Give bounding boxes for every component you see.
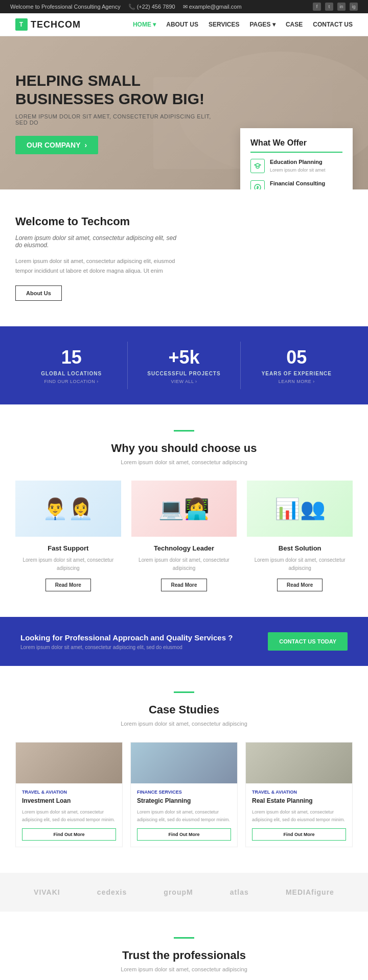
read-more-btn-2[interactable]: Read More xyxy=(277,579,323,591)
nav-services[interactable]: SERVICES xyxy=(209,21,239,28)
stat-link-2[interactable]: LEARN MORE › xyxy=(246,379,348,384)
logo-icon: T xyxy=(15,18,28,31)
header: T TECHCOM HOME ▾ ABOUT US SERVICES PAGES… xyxy=(0,13,368,36)
logo-text: TECHCOM xyxy=(31,19,81,30)
offer-text-1: Financial Consulting Lorem ipsum dolor s… xyxy=(270,180,326,189)
partner-groupm: groupM xyxy=(164,888,193,896)
welcome-text: Welcome to Professional Consulting Agenc… xyxy=(10,4,121,10)
testimonials-section: Trust the professionals Lorem ipsum dolo… xyxy=(0,912,368,980)
fast-support-illustration: 👨‍💼👩‍💼 xyxy=(15,481,121,537)
hero-subtitle: LOREM IPSUM DOLOR SIT AMET, CONSECTETUR … xyxy=(15,113,220,126)
cta-banner: Looking for Professional Approach and Qu… xyxy=(0,617,368,666)
case-card-1: Finance Services Strategic Planning Lore… xyxy=(130,742,238,847)
financial-icon xyxy=(250,180,265,189)
about-button[interactable]: About Us xyxy=(15,285,62,301)
case-body-2: Travel & Aviation Real Estate Planning L… xyxy=(246,783,352,847)
case-tag-1: Finance Services xyxy=(137,790,231,795)
main-nav: HOME ▾ ABOUT US SERVICES PAGES ▾ CASE CO… xyxy=(133,21,353,28)
stat-0: 15 GLOBAL LOCATIONS FIND OUR LOCATION › xyxy=(15,342,128,389)
twitter-icon[interactable]: t xyxy=(325,3,333,11)
stat-label-2: YEARS OF EXPERIENCE xyxy=(246,371,348,376)
tech-leader-illustration: 💻👩‍💻 xyxy=(131,481,237,537)
why-card-0: 👨‍💼👩‍💼 Fast Support Lorem ipsum dolor si… xyxy=(15,481,121,591)
stats-section: 15 GLOBAL LOCATIONS FIND OUR LOCATION › … xyxy=(0,326,368,404)
instagram-icon[interactable]: ig xyxy=(350,3,358,11)
offer-title: What We Offer xyxy=(250,138,342,153)
welcome-lead: Lorem ipsum dolor sit amet, consectetur … xyxy=(15,234,176,249)
top-bar-left: Welcome to Professional Consulting Agenc… xyxy=(10,4,242,10)
case-card-0: Travel & Aviation Investment Loan Lorem … xyxy=(15,742,123,847)
case-title: Case Studies xyxy=(15,703,353,716)
offer-item-1: Financial Consulting Lorem ipsum dolor s… xyxy=(250,180,342,189)
why-cards: 👨‍💼👩‍💼 Fast Support Lorem ipsum dolor si… xyxy=(15,481,353,591)
stat-2: 05 YEARS OF EXPERIENCE LEARN MORE › xyxy=(241,342,353,389)
find-out-btn-1[interactable]: Find Out More xyxy=(137,828,231,841)
case-card-2: Travel & Aviation Real Estate Planning L… xyxy=(245,742,353,847)
nav-case[interactable]: CASE xyxy=(286,21,303,28)
nav-about[interactable]: ABOUT US xyxy=(166,21,198,28)
hero-cta-label: OUR COMPANY xyxy=(27,141,81,149)
nav-pages[interactable]: PAGES ▾ xyxy=(249,21,275,28)
case-img-0 xyxy=(16,743,122,783)
phone-group: 📞 (+22) 456 7890 xyxy=(128,4,175,10)
nav-contact[interactable]: CONTACT US xyxy=(313,21,353,28)
case-img-1 xyxy=(131,743,237,783)
facebook-icon[interactable]: f xyxy=(313,3,321,11)
education-icon xyxy=(250,159,265,173)
best-solution-illustration: 📊👥 xyxy=(247,481,353,537)
top-bar: Welcome to Professional Consulting Agenc… xyxy=(0,0,368,13)
hero-content: HELPING SMALL BUSINESSES GROW BIG! LOREM… xyxy=(15,71,220,154)
find-out-btn-2[interactable]: Find Out More xyxy=(252,828,346,841)
welcome-body: Lorem ipsum dolor sit amet, consectetur … xyxy=(15,256,176,275)
read-more-btn-0[interactable]: Read More xyxy=(45,579,91,591)
case-tag-0: Travel & Aviation xyxy=(22,790,116,795)
logo[interactable]: T TECHCOM xyxy=(15,18,81,31)
welcome-content: Welcome to Techcom Lorem ipsum dolor sit… xyxy=(15,215,176,301)
cta-title: Looking for Professional Approach and Qu… xyxy=(20,633,233,642)
case-tag-2: Travel & Aviation xyxy=(252,790,346,795)
email-address: example@gmail.com xyxy=(189,4,242,10)
partner-cedexis: cedexis xyxy=(97,888,127,896)
stat-label-1: SUCCESSFUL PROJECTS xyxy=(133,371,235,376)
partner-mediafigure: MEDIAfigure xyxy=(286,888,334,896)
stat-number-2: 05 xyxy=(246,347,348,368)
linkedin-icon[interactable]: in xyxy=(337,3,346,11)
testimonials-title: Trust the professionals xyxy=(15,949,353,962)
stat-number-0: 15 xyxy=(20,347,122,368)
stat-link-0[interactable]: FIND OUR LOCATION › xyxy=(20,379,122,384)
why-card-2: 📊👥 Best Solution Lorem ipsum dolor sit a… xyxy=(247,481,353,591)
case-img-2 xyxy=(246,743,352,783)
section-divider xyxy=(174,430,194,432)
hero-cta-arrow: › xyxy=(85,141,87,149)
cta-text: Looking for Professional Approach and Qu… xyxy=(20,633,233,650)
why-subtitle: Lorem ipsum dolor sit amet, consectetur … xyxy=(15,459,353,465)
case-body-0: Travel & Aviation Investment Loan Lorem … xyxy=(16,783,122,847)
hero-cta-button[interactable]: OUR COMPANY › xyxy=(15,136,98,154)
phone-number: (+22) 456 7890 xyxy=(137,4,175,10)
why-card-title-0: Fast Support xyxy=(15,544,121,552)
why-card-1: 💻👩‍💻 Technology Leader Lorem ipsum dolor… xyxy=(131,481,237,591)
why-section: Why you should choose us Lorem ipsum dol… xyxy=(0,404,368,617)
stat-1: +5k SUCCESSFUL PROJECTS VIEW ALL › xyxy=(128,342,240,389)
read-more-btn-1[interactable]: Read More xyxy=(161,579,206,591)
offer-card: What We Offer Education Planning Lorem i… xyxy=(240,128,353,189)
offer-item-0: Education Planning Lorem ipsum dolor sit… xyxy=(250,159,342,173)
nav-home[interactable]: HOME ▾ xyxy=(133,21,156,28)
stat-link-1[interactable]: VIEW ALL › xyxy=(133,379,235,384)
email-group: ✉ example@gmail.com xyxy=(183,4,242,10)
find-out-btn-0[interactable]: Find Out More xyxy=(22,828,116,841)
case-card-desc-2: Lorem ipsum dolor sit amet, consectetur … xyxy=(252,808,346,823)
why-title: Why you should choose us xyxy=(15,442,353,455)
case-cards: Travel & Aviation Investment Loan Lorem … xyxy=(15,742,353,847)
cta-button[interactable]: Contact Us Today xyxy=(268,632,348,651)
hero-title: HELPING SMALL BUSINESSES GROW BIG! xyxy=(15,71,220,108)
case-divider xyxy=(174,691,194,693)
offer-text-0: Education Planning Lorem ipsum dolor sit… xyxy=(270,159,326,173)
case-body-1: Finance Services Strategic Planning Lore… xyxy=(131,783,237,847)
why-card-desc-0: Lorem ipsum dolor sit amet, consectetur … xyxy=(15,556,121,572)
why-card-title-2: Best Solution xyxy=(247,544,353,552)
stat-number-1: +5k xyxy=(133,347,235,368)
case-subtitle: Lorem ipsum dolor sit amet, consectetur … xyxy=(15,721,353,727)
why-card-title-1: Technology Leader xyxy=(131,544,237,552)
partners-section: VIVAKI cedexis groupM atlas MEDIAfigure xyxy=(0,873,368,912)
